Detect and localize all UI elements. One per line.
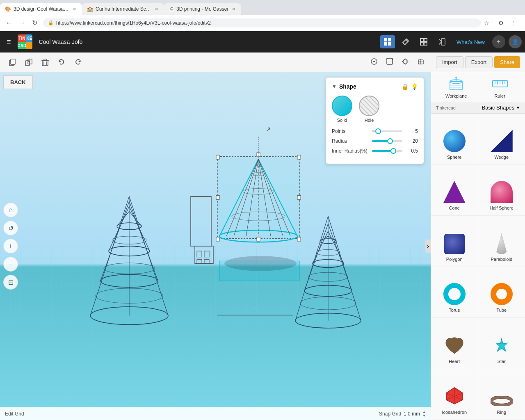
zoom-in-button[interactable]: + — [3, 239, 18, 253]
shape-panel-icons: 🔒 💡 — [402, 83, 418, 90]
ortho-view-button[interactable] — [398, 55, 412, 69]
right-panel-top: Workplane Ruler — [431, 72, 525, 102]
export-button[interactable]: Export — [465, 56, 493, 68]
svg-rect-83 — [297, 237, 301, 241]
shape-item-star[interactable]: Star — [478, 318, 525, 369]
back-button[interactable]: BACK — [3, 75, 33, 89]
workplane-icon — [448, 75, 464, 92]
shapes-button[interactable] — [416, 35, 431, 48]
tools-button[interactable] — [398, 35, 413, 48]
duplicate-icon — [25, 58, 33, 66]
logo-box: TIN KER CAD — [18, 34, 32, 49]
right-panel-header: Tinkercad Basic Shapes ▼ — [431, 102, 525, 114]
rotate-button[interactable]: ↺ — [3, 221, 18, 235]
inner-radius-slider[interactable] — [372, 150, 402, 152]
lock-icon[interactable]: 🔒 — [402, 83, 409, 90]
ruler-label: Ruler — [495, 94, 505, 98]
home-view-button[interactable] — [367, 55, 381, 69]
user-avatar[interactable]: 👤 — [509, 35, 522, 48]
camera-icon — [417, 58, 425, 65]
shape-item-wedge[interactable]: Wedge — [478, 114, 525, 165]
shape-item-ring[interactable]: Ring — [478, 369, 525, 420]
tab-3[interactable]: 🖨 3D printing - Mr. Gasser ✕ — [164, 3, 241, 15]
tab-2[interactable]: 🏫 Cunha Intermediate Sch... ✕ — [82, 3, 164, 15]
ruler-button[interactable]: Ruler — [480, 75, 520, 98]
tab-close-1[interactable]: ✕ — [72, 6, 77, 13]
fit-button[interactable]: ⊡ — [3, 275, 18, 290]
zoom-out-button[interactable]: − — [3, 257, 18, 272]
radius-slider[interactable] — [372, 140, 402, 142]
share-button[interactable]: Share — [494, 56, 520, 68]
logo-tin: TIN — [18, 34, 27, 42]
camera-button[interactable] — [414, 55, 428, 69]
extensions-button[interactable]: ⚙ — [496, 18, 506, 28]
inner-radius-thumb[interactable] — [390, 148, 396, 154]
whats-new-button[interactable]: What's New — [452, 37, 489, 48]
delete-button[interactable] — [38, 56, 52, 69]
bookmark-button[interactable]: ☆ — [484, 20, 489, 26]
svg-rect-16 — [42, 60, 48, 66]
shape-item-cone[interactable]: Cone — [431, 165, 478, 216]
hole-type[interactable]: Hole — [359, 96, 379, 123]
tab-close-2[interactable]: ✕ — [154, 6, 159, 13]
grid-view-button[interactable] — [380, 35, 395, 48]
svg-rect-85 — [297, 195, 301, 199]
logo-cad1: CAD — [18, 42, 27, 49]
tab-title-2: Cunha Intermediate Sch... — [96, 6, 151, 12]
hamburger-button[interactable]: ≡ — [3, 36, 14, 48]
add-user-button[interactable]: + — [492, 35, 505, 48]
shape-types: Solid Hole — [332, 96, 418, 123]
shape-item-heart[interactable]: Heart — [431, 318, 478, 369]
points-prop: Points 5 — [332, 128, 418, 134]
points-thumb[interactable] — [375, 128, 381, 134]
torus-label: Torus — [449, 308, 460, 313]
import-button[interactable]: Import — [436, 56, 463, 68]
panel-chevron-icon: ▼ — [332, 84, 337, 89]
edit-toolbar: Import Export Share — [0, 52, 525, 72]
zoom-fit-button[interactable] — [383, 55, 397, 69]
undo-button[interactable] — [54, 56, 69, 69]
shape-item-halfsphere[interactable]: Half Sphere — [478, 165, 525, 216]
back-nav-button[interactable]: ← — [3, 17, 15, 28]
reload-button[interactable]: ↻ — [30, 17, 40, 28]
home-button[interactable]: ⌂ — [3, 203, 18, 217]
tab-1[interactable]: 🎨 3D design Cool Waasa-... ✕ — [0, 3, 82, 15]
shape-item-paraboloid[interactable]: Paraboloid — [478, 216, 525, 267]
icosahedron-icon — [444, 386, 465, 407]
menu-button[interactable]: ⋮ — [508, 18, 518, 28]
browser-chrome: 🎨 3D design Cool Waasa-... ✕ 🏫 Cunha Int… — [0, 0, 525, 31]
browser-actions: ⚙ ⋮ — [493, 18, 522, 28]
heart-label: Heart — [449, 359, 460, 364]
halfsphere-icon — [491, 181, 513, 203]
shape-item-polygon[interactable]: Polygon — [431, 216, 478, 267]
shape-item-tube[interactable]: Tube — [478, 267, 525, 318]
points-slider[interactable] — [372, 130, 402, 132]
cone-icon — [443, 181, 466, 203]
url-bar[interactable]: 🔒 https://www.tinkercad.com/things/1Ho6y… — [43, 18, 481, 27]
duplicate-button[interactable] — [21, 56, 36, 69]
zoom-fit-icon — [386, 58, 393, 65]
tab-favicon-3: 🖨 — [169, 6, 174, 12]
radius-prop: Radius 20 — [332, 138, 418, 144]
redo-icon — [74, 58, 82, 66]
user-actions: + 👤 — [492, 35, 522, 48]
script-button[interactable] — [434, 35, 449, 48]
tab-close-3[interactable]: ✕ — [231, 6, 236, 13]
workplane-button[interactable]: Workplane — [436, 75, 477, 98]
secure-icon: 🔒 — [48, 20, 54, 25]
viewport-collapse-button[interactable]: › — [425, 240, 431, 253]
shape-item-sphere[interactable]: Sphere — [431, 114, 478, 165]
forward-nav-button[interactable]: → — [16, 17, 28, 28]
radius-thumb[interactable] — [387, 138, 393, 144]
category-dropdown[interactable]: Basic Shapes ▼ — [482, 105, 520, 111]
viewport[interactable]: ↗ - BACK ⌂ ↺ + − ⊡ — [0, 72, 431, 420]
wedge-label: Wedge — [494, 155, 509, 160]
redo-button[interactable] — [71, 56, 85, 69]
shape-item-torus[interactable]: Torus — [431, 267, 478, 318]
solid-type[interactable]: Solid — [332, 96, 352, 123]
svg-rect-32 — [404, 60, 407, 63]
copy-button[interactable] — [5, 56, 20, 69]
shape-item-icosahedron[interactable]: Icosahedron — [431, 369, 478, 420]
lightbulb-icon[interactable]: 💡 — [411, 83, 418, 90]
snap-grid-arrows[interactable]: ▲ ▼ — [422, 410, 426, 418]
